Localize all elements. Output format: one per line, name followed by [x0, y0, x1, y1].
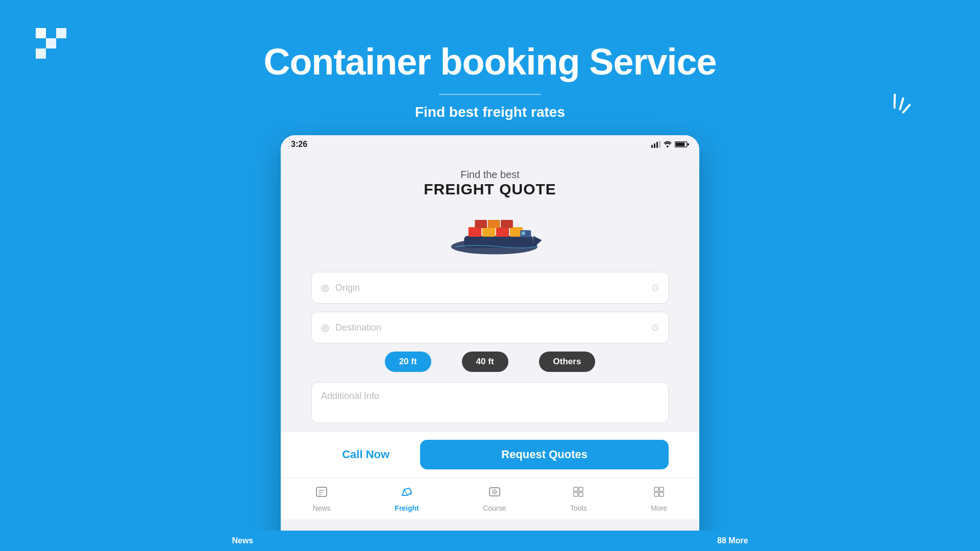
svg-rect-21: [522, 232, 525, 235]
svg-rect-31: [579, 492, 583, 496]
origin-placeholder: Origin: [335, 283, 645, 293]
more-icon: [652, 485, 666, 502]
nav-item-news[interactable]: News: [305, 483, 339, 514]
bottom-navigation: News Freight Course: [281, 478, 699, 519]
freight-icon: [400, 485, 413, 502]
size-buttons-group: 20 ft 40 ft Others: [311, 352, 669, 372]
nav-item-course[interactable]: Course: [475, 483, 514, 514]
bottom-more-label: 88 More: [717, 536, 748, 545]
header-divider: [439, 94, 541, 95]
action-buttons: Call Now Request Quotes: [281, 431, 699, 478]
status-bar: 3:26: [281, 135, 699, 154]
main-title: Container booking Service: [0, 41, 980, 83]
header-section: Container booking Service Find best frei…: [0, 41, 980, 120]
svg-rect-10: [688, 143, 689, 145]
nav-freight-label: Freight: [395, 504, 419, 512]
destination-location-icon: ◎: [321, 322, 329, 333]
svg-rect-30: [574, 492, 578, 496]
nav-news-label: News: [313, 504, 331, 512]
destination-field[interactable]: ◎ Destination ⊙: [311, 312, 669, 343]
status-time: 3:26: [291, 140, 307, 149]
svg-rect-17: [475, 220, 487, 228]
svg-rect-19: [501, 220, 513, 228]
svg-rect-13: [469, 227, 481, 237]
phone-mockup: 3:26 Find the best FREIGHT QUOTE: [281, 135, 699, 551]
origin-field[interactable]: ◎ Origin ⊙: [311, 272, 669, 304]
bottom-news-label: News: [232, 536, 253, 545]
size-20ft-button[interactable]: 20 ft: [385, 352, 431, 372]
find-text: Find the best: [311, 169, 669, 181]
nav-tools-label: Tools: [570, 504, 587, 512]
additional-info-field[interactable]: Additional Info: [311, 382, 669, 423]
svg-rect-9: [676, 143, 685, 146]
svg-rect-29: [579, 487, 583, 491]
svg-rect-32: [654, 487, 658, 491]
svg-point-7: [667, 145, 669, 147]
additional-info-placeholder: Additional Info: [321, 391, 379, 402]
nav-course-label: Course: [483, 504, 506, 512]
svg-rect-5: [656, 142, 658, 148]
additional-info-group: Additional Info: [311, 382, 669, 423]
nav-item-more[interactable]: More: [643, 483, 675, 514]
svg-rect-6: [659, 141, 660, 148]
svg-rect-33: [659, 487, 664, 491]
request-quotes-button[interactable]: Request Quotes: [420, 440, 669, 469]
svg-rect-22: [316, 487, 327, 496]
tools-icon: [572, 485, 585, 502]
svg-rect-28: [574, 487, 578, 491]
news-icon: [315, 485, 328, 502]
freight-header: Find the best FREIGHT QUOTE: [311, 164, 669, 208]
svg-rect-15: [496, 227, 509, 237]
course-icon: [488, 485, 501, 502]
status-icons: [651, 141, 689, 148]
ship-illustration: [311, 208, 669, 259]
nav-item-tools[interactable]: Tools: [562, 483, 595, 514]
call-now-button[interactable]: Call Now: [311, 441, 420, 468]
svg-rect-35: [659, 492, 664, 496]
svg-rect-14: [482, 227, 495, 237]
origin-form-group: ◎ Origin ⊙: [311, 272, 669, 304]
destination-placeholder: Destination: [335, 322, 645, 333]
nav-item-freight[interactable]: Freight: [386, 483, 427, 514]
destination-form-group: ◎ Destination ⊙: [311, 312, 669, 343]
freight-title: FREIGHT QUOTE: [311, 181, 669, 198]
destination-clear-icon[interactable]: ⊙: [651, 322, 659, 333]
svg-rect-3: [651, 145, 653, 148]
svg-rect-12: [464, 236, 533, 248]
size-others-button[interactable]: Others: [539, 352, 596, 372]
origin-location-icon: ◎: [321, 282, 329, 293]
app-content: Find the best FREIGHT QUOTE: [281, 154, 699, 423]
svg-rect-34: [654, 492, 658, 496]
svg-rect-18: [488, 220, 500, 228]
svg-rect-4: [654, 143, 655, 148]
header-subtitle: Find best freight rates: [0, 104, 980, 120]
size-40ft-button[interactable]: 40 ft: [462, 352, 508, 372]
nav-more-label: More: [651, 504, 667, 512]
origin-clear-icon[interactable]: ⊙: [651, 282, 659, 293]
bottom-strip: News 88 More: [0, 531, 980, 551]
